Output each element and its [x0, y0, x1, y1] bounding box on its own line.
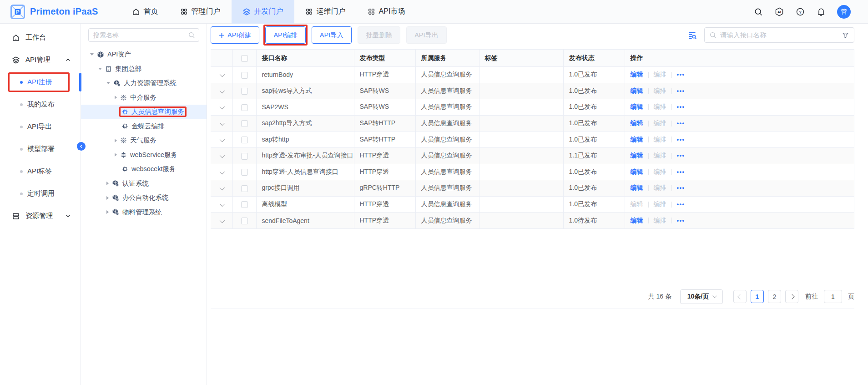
select-all-checkbox[interactable]	[241, 55, 248, 62]
tree-node-hr-system[interactable]: 人力资源管理系统	[81, 76, 207, 91]
orchestrate-link[interactable]: 编排	[654, 217, 666, 224]
edit-link[interactable]: 编辑	[631, 136, 643, 143]
row-expand-icon[interactable]	[220, 185, 225, 190]
row-checkbox[interactable]	[241, 201, 248, 208]
sidebar-item-scheduled-call[interactable]: 定时调用	[0, 182, 81, 205]
more-actions-link[interactable]: •••	[677, 217, 685, 224]
page-size-select[interactable]: 10条/页	[680, 289, 723, 304]
tree-node-group-hq[interactable]: 集团总部	[81, 62, 207, 76]
edit-link[interactable]: 编辑	[631, 103, 643, 110]
orchestrate-link[interactable]: 编排	[654, 136, 666, 143]
tree-collapsed-icon[interactable]	[106, 210, 109, 214]
edit-link[interactable]: 编辑	[631, 168, 643, 175]
api-import-button[interactable]: API导入	[312, 26, 352, 44]
row-checkbox[interactable]	[241, 218, 248, 224]
tree-collapsed-icon[interactable]	[106, 196, 109, 200]
row-expand-icon[interactable]	[220, 153, 225, 158]
row-checkbox[interactable]	[241, 88, 248, 95]
tree-expanded-icon[interactable]	[90, 53, 94, 56]
more-actions-link[interactable]: •••	[677, 184, 685, 191]
tree-collapsed-icon[interactable]	[106, 182, 109, 185]
sidebar-item-workbench[interactable]: 工作台	[0, 26, 81, 49]
tree-node-personnel-info-service[interactable]: 人员信息查询服务	[81, 105, 207, 119]
tree-collapsed-icon[interactable]	[115, 153, 117, 157]
row-expand-icon[interactable]	[220, 169, 225, 174]
row-expand-icon[interactable]	[220, 88, 225, 93]
more-actions-link[interactable]: •••	[677, 168, 685, 175]
page-button-2[interactable]: 2	[768, 290, 781, 303]
row-checkbox[interactable]	[241, 120, 248, 127]
tree-collapsed-icon[interactable]	[115, 139, 117, 142]
sidebar-item-api-management[interactable]: API管理	[0, 49, 81, 71]
nav-developer-portal[interactable]: 开发门户	[232, 0, 294, 24]
ai-assistant-icon[interactable]: AI	[774, 7, 784, 17]
tree-node-office-automation-system[interactable]: 办公自动化系统	[81, 191, 207, 205]
sidebar-item-model-deploy[interactable]: 模型部署	[0, 138, 81, 160]
row-checkbox[interactable]	[241, 153, 248, 160]
orchestrate-link[interactable]: 编排	[654, 103, 666, 110]
sidebar-item-resource-management[interactable]: 资源管理	[0, 205, 81, 227]
row-checkbox[interactable]	[241, 104, 248, 111]
tree-node-material-management-system[interactable]: 物料管理系统	[81, 205, 207, 220]
nav-ops-portal[interactable]: 运维门户	[294, 0, 357, 24]
help-icon[interactable]: ?	[795, 7, 805, 17]
row-checkbox[interactable]	[241, 185, 248, 192]
row-expand-icon[interactable]	[220, 202, 225, 207]
tree-node-auth-system[interactable]: 认证系统	[81, 177, 207, 191]
panel-collapse-button[interactable]	[77, 142, 86, 151]
row-checkbox[interactable]	[241, 72, 248, 79]
edit-link[interactable]: 编辑	[631, 71, 643, 78]
next-page-button[interactable]	[785, 290, 798, 303]
tree-node-api-assets[interactable]: API资产	[81, 47, 207, 62]
row-checkbox[interactable]	[241, 169, 248, 176]
edit-link[interactable]: 编辑	[631, 119, 643, 127]
row-expand-icon[interactable]	[220, 218, 225, 223]
orchestrate-link[interactable]: 编排	[654, 152, 666, 159]
user-avatar[interactable]: 管	[837, 5, 851, 19]
api-search-input[interactable]	[720, 31, 838, 39]
more-actions-link[interactable]: •••	[677, 87, 685, 94]
more-actions-link[interactable]: •••	[677, 103, 685, 110]
nav-api-market[interactable]: API市场	[357, 0, 416, 24]
search-icon[interactable]	[753, 7, 763, 17]
nav-home[interactable]: 首页	[121, 0, 169, 24]
orchestrate-link[interactable]: 编排	[654, 200, 666, 208]
api-create-button[interactable]: API创建	[211, 26, 259, 44]
edit-link[interactable]: 编辑	[631, 200, 643, 208]
row-expand-icon[interactable]	[220, 104, 225, 109]
sidebar-item-api-export[interactable]: API导出	[0, 116, 81, 138]
row-expand-icon[interactable]	[220, 137, 225, 142]
orchestrate-link[interactable]: 编排	[654, 168, 666, 175]
edit-link[interactable]: 编辑	[631, 217, 643, 224]
nav-admin-portal[interactable]: 管理门户	[169, 0, 232, 24]
notifications-bell-icon[interactable]	[816, 7, 826, 17]
more-actions-link[interactable]: •••	[677, 152, 685, 159]
orchestrate-link[interactable]: 编排	[654, 184, 666, 191]
row-checkbox[interactable]	[241, 137, 248, 143]
batch-delete-button[interactable]: 批量删除	[358, 26, 400, 44]
sidebar-item-api-register[interactable]: API注册	[0, 71, 81, 93]
advanced-list-search-icon[interactable]	[687, 30, 697, 40]
tree-collapsed-icon[interactable]	[115, 96, 117, 99]
sidebar-item-my-publish[interactable]: 我的发布	[0, 93, 81, 116]
orchestrate-link[interactable]: 编排	[654, 119, 666, 127]
orchestrate-link[interactable]: 编排	[654, 87, 666, 94]
edit-link[interactable]: 编辑	[631, 184, 643, 191]
tree-search-input[interactable]	[93, 31, 188, 39]
tree-node-webservice-service[interactable]: webService服务	[81, 148, 207, 162]
tree-expanded-icon[interactable]	[106, 82, 110, 84]
row-expand-icon[interactable]	[220, 72, 225, 77]
tree-node-websocket-service[interactable]: websocekt服务	[81, 162, 207, 177]
more-actions-link[interactable]: •••	[677, 120, 685, 127]
page-button-1[interactable]: 1	[751, 290, 764, 303]
api-export-button[interactable]: API导出	[406, 26, 446, 44]
more-actions-link[interactable]: •••	[677, 201, 685, 208]
tree-node-kingdee-orchestration[interactable]: 金蝶云编排	[81, 119, 207, 134]
prev-page-button[interactable]	[733, 290, 747, 303]
orchestrate-link[interactable]: 编排	[654, 71, 666, 78]
more-actions-link[interactable]: •••	[677, 136, 685, 143]
tree-node-weather-service[interactable]: 天气服务	[81, 133, 207, 148]
tree-node-intermediary-service[interactable]: 中介服务	[81, 91, 207, 105]
edit-link[interactable]: 编辑	[631, 152, 643, 159]
sidebar-item-api-tags[interactable]: API标签	[0, 160, 81, 182]
